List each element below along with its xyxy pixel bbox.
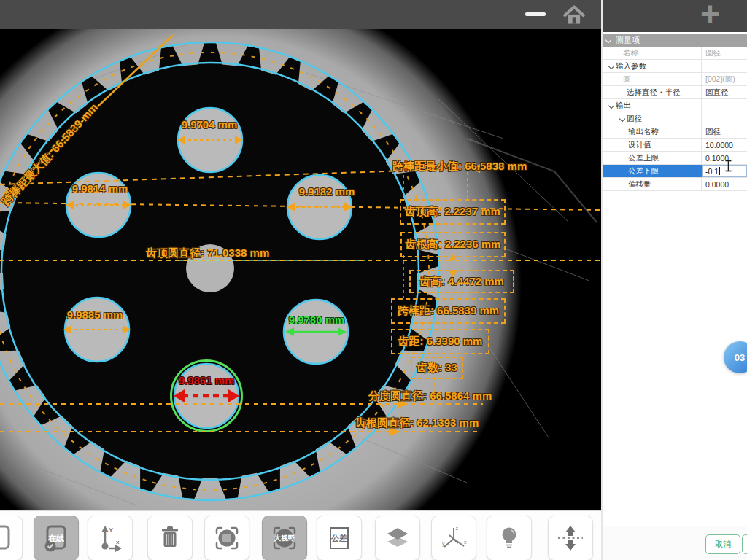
- circle-brackets-icon: [212, 524, 241, 553]
- row-name[interactable]: 名称 圆径: [603, 47, 747, 60]
- hole-measurement-label-selected[interactable]: 9.9861 mm: [179, 374, 235, 386]
- panel-footer: 取消: [603, 526, 747, 560]
- xyz-axes-icon: z y x: [439, 524, 468, 553]
- root-diameter-annotation: 齿根圆直径: 62.1393 mm: [355, 416, 479, 430]
- hole-measurement-label-green[interactable]: 9.9780 mm: [289, 314, 345, 326]
- row-label: 偏移量: [628, 179, 651, 190]
- circle-brackets-icon: [270, 524, 299, 553]
- row-value: 圆直径: [702, 86, 747, 98]
- row-offset[interactable]: 偏移量 0.0000: [603, 178, 747, 191]
- pitch-annotation: 齿距: 6.3390 mm: [391, 329, 489, 354]
- dedendum-annotation: 齿根高: 2.2236 mm: [400, 232, 506, 257]
- tolerance-button[interactable]: 公差: [317, 516, 362, 560]
- svg-text:x: x: [464, 540, 467, 545]
- svg-text:x: x: [116, 539, 120, 545]
- top-bar: [0, 0, 601, 29]
- home-icon[interactable]: [563, 4, 585, 26]
- tooth-count-annotation: 齿数: 33: [411, 357, 463, 379]
- hole-measurement-label[interactable]: 9.9814 mm: [72, 182, 128, 195]
- input-value: -0.1: [705, 167, 719, 176]
- row-value: [002](圆): [702, 73, 747, 85]
- tip-diameter-annotation: 齿顶圆直径: 71.0338 mm: [146, 246, 269, 260]
- capture-button[interactable]: [0, 516, 23, 560]
- row-value: [702, 99, 747, 112]
- row-output-circle[interactable]: 圆径: [603, 112, 747, 125]
- camera-viewport[interactable]: 9.9704 mm 9.9814 mm 9.9182 mm 9.9885 mm …: [0, 29, 601, 510]
- frame-rect-icon: [0, 524, 15, 553]
- online-button[interactable]: 在线: [34, 516, 79, 560]
- row-diameter-radius-select[interactable]: 选择直径・半径 圆直径: [603, 86, 747, 99]
- row-label: 输入参数: [616, 61, 646, 71]
- axes-3d-button[interactable]: z y x: [431, 516, 476, 560]
- updown-arrows-icon: [556, 524, 585, 553]
- row-label: 选择直径・半径: [627, 88, 681, 98]
- row-input-params[interactable]: 输入参数: [603, 60, 747, 73]
- row-value: 圆径: [702, 47, 747, 59]
- row-label: 输出: [616, 101, 631, 111]
- row-circle[interactable]: 圆 [002](圆): [603, 73, 747, 86]
- pitch-diameter-annotation: 分度圆直径: 66.5864 mm: [368, 389, 492, 403]
- row-value: 圆径: [702, 125, 747, 138]
- square-outline-icon: [325, 524, 354, 553]
- span-annotation: 跨棒距: 66.5839 mm: [391, 298, 506, 324]
- svg-text:Y: Y: [109, 526, 113, 534]
- collapse-chevron-icon: [605, 37, 611, 43]
- bottom-toolbar: 在线 Y x: [0, 510, 601, 560]
- text-caret: [719, 167, 720, 175]
- row-label: 公差上限: [628, 153, 659, 163]
- collapse-chevron-icon: [619, 115, 625, 121]
- tooth-height-annotation: 齿高: 4.4472 mm: [409, 270, 514, 293]
- application-window: 9.9704 mm 9.9814 mm 9.9182 mm 9.9885 mm …: [0, 0, 747, 560]
- ibeam-cursor-icon: [724, 160, 732, 172]
- svg-text:y: y: [442, 541, 445, 547]
- layers-button[interactable]: [375, 516, 420, 560]
- bulb-icon: [495, 524, 524, 553]
- cancel-button[interactable]: 取消: [705, 534, 740, 554]
- panel-title: 测量项: [616, 35, 640, 46]
- row-value: [702, 60, 747, 72]
- span-min-annotation: 跨棒距最小值: 66.5838 mm: [392, 160, 527, 174]
- row-value: [702, 112, 747, 125]
- svg-text:z: z: [456, 526, 459, 531]
- delete-button[interactable]: [147, 516, 193, 560]
- online-check-icon: [42, 524, 71, 553]
- large-view-button[interactable]: 大视野: [262, 516, 307, 560]
- layers-icon: [383, 524, 412, 553]
- xy-axes-icon: Y x: [96, 524, 125, 553]
- roi-circle-button[interactable]: [204, 516, 249, 560]
- collapse-chevron-icon: [608, 102, 614, 108]
- properties-panel: 测量项 名称 圆径 输入参数 圆 [002](圆) 选择直径・半径 圆直径 输出: [601, 0, 747, 560]
- collapse-chevron-icon: [608, 63, 614, 69]
- hole-measurement-label[interactable]: 9.9885 mm: [67, 308, 123, 321]
- hole-measurement-label[interactable]: 9.9182 mm: [299, 185, 355, 198]
- trash-icon: [155, 524, 185, 553]
- fit-vertical-button[interactable]: [548, 516, 593, 560]
- row-label: 圆径: [627, 114, 642, 124]
- addendum-annotation: 齿顶高: 2.2237 mm: [400, 199, 506, 225]
- confirm-button[interactable]: [742, 534, 747, 554]
- row-output[interactable]: 输出: [603, 99, 747, 112]
- row-label: 公差下限: [628, 166, 659, 176]
- panel-title-bar[interactable]: 测量项: [603, 34, 747, 47]
- row-label: 圆: [623, 74, 631, 85]
- axes-2d-button[interactable]: Y x: [88, 516, 133, 560]
- row-value: 0.0000: [702, 178, 747, 190]
- row-label: 输出名称: [628, 127, 659, 137]
- add-icon[interactable]: [700, 0, 720, 34]
- row-design-value[interactable]: 设计值 10.0000: [603, 139, 747, 152]
- row-output-name[interactable]: 输出名称 圆径: [603, 125, 747, 139]
- row-value: 10.0000: [702, 139, 747, 151]
- light-button[interactable]: [487, 516, 532, 560]
- row-label: 设计值: [628, 140, 651, 150]
- row-label: 名称: [623, 48, 638, 58]
- hole-measurement-label[interactable]: 9.9704 mm: [182, 118, 238, 131]
- panel-header: [603, 0, 747, 34]
- minimize-icon[interactable]: [525, 12, 546, 16]
